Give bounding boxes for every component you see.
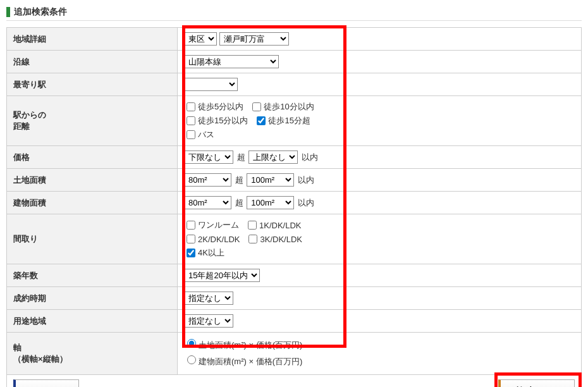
price-upper-select[interactable]: 上限なし	[248, 150, 298, 164]
price-between-low: 超	[237, 152, 245, 162]
land-area-lower-select[interactable]: 80m²	[184, 173, 231, 187]
layout-checkbox-group: ワンルーム 1K/DK/LDK 2K/DK/LDK 3K/DK/LDK 4K以上	[184, 219, 336, 259]
building-area-between-low: 超	[235, 198, 243, 207]
contract-period-select[interactable]: 指定なし	[184, 292, 233, 305]
search-button[interactable]: 検索する	[498, 379, 575, 387]
layout-3k-label[interactable]: 3K/DK/LDK	[246, 233, 302, 245]
walk10-label[interactable]: 徒歩10分以内	[250, 101, 314, 113]
layout-oneroom-label[interactable]: ワンルーム	[184, 219, 239, 231]
label-axis: 軸 （横軸×縦軸）	[7, 333, 178, 375]
building-age-select[interactable]: 15年超20年以内	[184, 269, 260, 282]
label-contract-period: 成約時期	[7, 287, 178, 310]
walk10-checkbox[interactable]	[252, 102, 261, 111]
label-use-zone: 用途地域	[7, 310, 178, 333]
label-price: 価格	[7, 146, 178, 169]
search-form-table: 地域詳細 東区 瀬戸町万富 沿線 山陽本線 最寄り駅 駅からの 距離 徒歩5分以…	[6, 27, 582, 387]
line-select[interactable]: 山陽本線	[184, 55, 279, 68]
building-area-between-high: 以内	[298, 198, 314, 207]
price-lower-select[interactable]: 下限なし	[184, 150, 233, 164]
label-area-detail: 地域詳細	[7, 28, 178, 51]
clear-button[interactable]: クリア	[13, 379, 79, 387]
use-zone-select[interactable]: 指定なし	[184, 314, 233, 328]
label-building-age: 築年数	[7, 264, 178, 287]
walk15over-label[interactable]: 徒歩15分超	[254, 114, 310, 127]
price-between-high: 以内	[302, 152, 318, 162]
layout-1k-label[interactable]: 1K/DK/LDK	[245, 219, 301, 231]
axis-building-label[interactable]: 建物面積(m²) × 価格(百万円)	[184, 353, 568, 367]
axis-building-radio[interactable]	[187, 355, 196, 364]
walk15-label[interactable]: 徒歩15分以内	[184, 114, 248, 127]
distance-checkbox-group: 徒歩5分以内 徒歩10分以内 徒歩15分以内 徒歩15分超 バス	[184, 101, 336, 141]
land-area-between-low: 超	[235, 175, 243, 185]
land-area-between-high: 以内	[298, 175, 314, 185]
walk5-checkbox[interactable]	[187, 102, 195, 111]
building-area-lower-select[interactable]: 80m²	[184, 196, 231, 209]
axis-land-radio[interactable]	[187, 339, 196, 348]
ward-select[interactable]: 東区	[184, 32, 217, 46]
axis-radio-group: 土地面積(m²) × 価格(百万円) 建物面積(m²) × 価格(百万円)	[184, 337, 575, 367]
label-line: 沿線	[7, 51, 178, 73]
walk15-checkbox[interactable]	[187, 116, 195, 125]
bus-checkbox[interactable]	[187, 130, 195, 139]
town-select[interactable]: 瀬戸町万富	[219, 32, 289, 46]
nearest-station-select[interactable]	[184, 78, 238, 91]
bus-label[interactable]: バス	[184, 128, 214, 141]
layout-4k-checkbox[interactable]	[187, 249, 195, 257]
land-area-upper-select[interactable]: 100m²	[247, 173, 294, 187]
layout-oneroom-checkbox[interactable]	[187, 221, 195, 230]
label-distance: 駅からの 距離	[7, 96, 178, 146]
section-header: 追加検索条件	[6, 6, 582, 21]
layout-4k-label[interactable]: 4K以上	[184, 247, 224, 259]
label-layout: 間取り	[7, 214, 178, 264]
layout-2k-checkbox[interactable]	[187, 235, 195, 243]
layout-1k-checkbox[interactable]	[248, 221, 257, 230]
label-nearest-station: 最寄り駅	[7, 73, 178, 96]
axis-land-label[interactable]: 土地面積(m²) × 価格(百万円)	[184, 337, 568, 351]
section-title: 追加検索条件	[14, 6, 67, 18]
label-land-area: 土地面積	[7, 169, 178, 192]
layout-3k-checkbox[interactable]	[248, 235, 257, 243]
building-area-upper-select[interactable]: 100m²	[247, 196, 294, 209]
walk5-label[interactable]: 徒歩5分以内	[184, 101, 243, 113]
section-accent-bar	[6, 7, 10, 17]
walk15over-checkbox[interactable]	[257, 116, 266, 125]
layout-2k-label[interactable]: 2K/DK/LDK	[184, 233, 240, 245]
label-building-area: 建物面積	[7, 192, 178, 214]
